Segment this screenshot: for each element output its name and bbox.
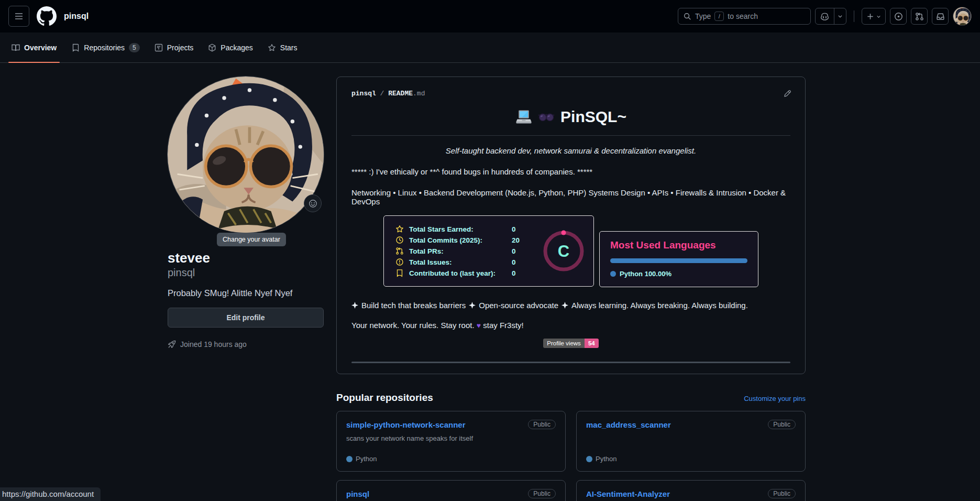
readme-title-text: PinSQL~ [560,108,626,126]
profile-name: stevee [168,250,324,266]
change-avatar-tooltip[interactable]: Change your avatar [217,233,286,246]
profile-tab-bar: Overview Repositories 5 Projects Package… [0,32,980,63]
readme-title: PinSQL~ [351,108,790,136]
readme-network-line: Your network. Your rules. Stay root. ♥ s… [351,321,790,330]
badge-row: Profile views 54 [351,338,790,348]
breadcrumb-repo[interactable]: pinsql [351,90,376,97]
repo-card: pinsql Public Network and Security D3v O… [336,480,566,501]
projects-icon [155,43,163,52]
profile-views-badge[interactable]: Profile views 54 [543,339,598,348]
python-dot-icon [586,456,592,462]
set-status-button[interactable] [304,194,322,212]
active-tab-underline [8,62,60,63]
readme-values-line: Build tech that breaks barriers Open-sou… [351,301,790,310]
issues-button[interactable] [890,8,907,25]
main-content: Change your avatar stevee pinsql Probabl… [0,63,980,501]
stat-row: Total Commits (2025): 20 [395,236,541,244]
profile-username: pinsql [168,267,324,279]
repositories-count-badge: 5 [129,43,140,52]
profile-main-column: pinsql / README.md [336,77,806,501]
tab-projects[interactable]: Projects [149,32,199,62]
browser-status-url: https://github.com/account [0,487,101,501]
joined-text: Joined 19 hours ago [180,340,247,348]
python-language-bar [610,258,747,263]
breadcrumb-file: README [388,90,413,97]
dark-sunglasses-emoji [537,112,555,122]
tab-packages[interactable]: Packages [203,32,258,62]
copilot-button[interactable] [816,8,834,24]
repo-card: AI-Sentiment-Analyzer Public Forked from… [576,480,806,501]
inbox-button[interactable] [932,8,949,25]
sparkle-icon [469,302,476,309]
python-dot-icon [346,456,353,462]
search-placeholder-prefix: Type [695,12,711,20]
stat-row: Total Stars Earned: 0 [395,225,541,233]
search-icon [684,13,691,20]
github-logo-icon[interactable] [37,6,57,26]
repo-link[interactable]: pinsql [346,489,369,498]
readme-stats-row: Total Stars Earned: 0 Total Commits (202… [351,215,790,287]
readme-divider [351,362,790,363]
pull-request-icon [915,12,924,21]
chevron-down-icon [838,14,843,19]
edit-readme-button[interactable] [783,90,791,98]
popular-repos-header: Popular repositories Customize your pins [336,392,806,404]
repo-language-row: Python [586,455,796,463]
sparkle-icon [351,302,358,309]
smiley-icon [309,199,317,208]
repo-description: scans your network name speaks for itsel… [346,434,556,442]
clock-icon [395,236,404,244]
top-navigation-bar: pinsql Type / to search [0,0,980,32]
chevron-down-icon [876,14,881,19]
github-stats-card: Total Stars Earned: 0 Total Commits (202… [383,215,594,287]
pull-requests-button[interactable] [911,8,928,25]
public-badge: Public [768,420,796,429]
repo-language-row: Python [346,455,556,463]
readme-subtitle: Self-taught backend dev, network samurai… [351,146,790,155]
repo-icon [395,269,404,277]
create-new-button[interactable] [862,8,886,25]
repo-link[interactable]: AI-Sentiment-Analyzer [586,489,670,498]
public-badge: Public [528,420,556,429]
customize-pins-link[interactable]: Customize your pins [744,395,806,402]
profile-bio: Probably SMug! Alittle Nyef Nyef [168,288,324,298]
sparkle-icon [561,302,568,309]
readme-line1: ***** :) I've ethically or **^ found bug… [351,167,790,176]
repo-grid: simple-python-network-scanner Public sca… [336,411,806,501]
search-placeholder-suffix: to search [728,12,758,20]
tab-repositories[interactable]: Repositories 5 [66,32,145,62]
profile-avatar[interactable] [168,77,324,233]
header-divider [854,10,854,22]
repo-card: simple-python-network-scanner Public sca… [336,411,566,472]
hamburger-menu-button[interactable] [8,6,29,27]
language-list-item: Python 100.00% [610,270,747,278]
copilot-dropdown-button[interactable] [834,8,846,24]
user-avatar[interactable] [953,7,972,26]
edit-profile-button[interactable]: Edit profile [168,308,324,328]
search-input[interactable]: Type / to search [678,8,811,25]
repo-link[interactable]: simple-python-network-scanner [346,420,466,429]
context-title: pinsql [64,12,89,21]
python-dot-icon [610,271,616,277]
tab-stars[interactable]: Stars [262,32,303,62]
public-badge: Public [528,489,556,498]
tab-overview[interactable]: Overview [6,32,62,62]
avatar-container: Change your avatar [168,77,324,233]
stat-row: Total PRs: 0 [395,247,541,255]
rank-letter: C [558,242,569,260]
hamburger-icon [15,12,23,20]
readme-breadcrumb: pinsql / README.md [351,90,790,97]
repo-link[interactable]: mac_address_scanner [586,420,671,429]
pencil-icon [783,90,791,98]
most-used-languages-card: Most Used Languages Python 100.00% [599,231,758,287]
popular-repos-title: Popular repositories [336,392,433,404]
stat-row: Contributed to (last year): 0 [395,269,541,277]
repo-icon [71,43,80,52]
profile-sidebar: Change your avatar stevee pinsql Probabl… [168,77,324,501]
laptop-emoji [515,109,532,125]
profile-readme-card: pinsql / README.md [336,77,806,374]
star-icon [268,43,276,52]
issue-icon [395,258,404,266]
issue-opened-icon [894,12,903,21]
stat-row: Total Issues: 0 [395,258,541,266]
